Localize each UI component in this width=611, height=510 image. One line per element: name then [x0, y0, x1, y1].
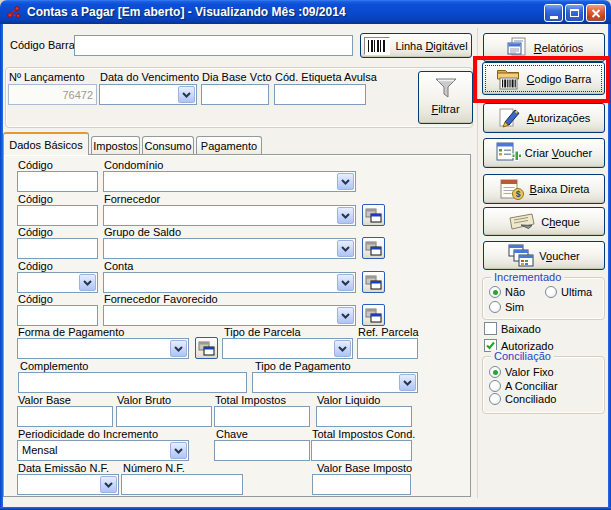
total-impostos-input[interactable] [214, 406, 310, 427]
codigo-barra-input[interactable] [74, 35, 353, 56]
condominio-combo[interactable] [103, 171, 356, 192]
maximize-icon [570, 9, 579, 17]
checkbox-baixado[interactable]: Baixado [484, 322, 541, 335]
criar-voucher-button[interactable]: Criar Voucher [483, 138, 605, 168]
ref-parcela-input[interactable] [357, 338, 418, 359]
chevron-down-icon[interactable] [337, 207, 354, 224]
radio-icon [489, 380, 501, 392]
tab-consumo[interactable]: Consumo [142, 136, 194, 155]
complemento-input[interactable] [18, 372, 247, 393]
grupo-saldo-lookup-button[interactable] [362, 237, 385, 259]
codigo-conta-combo[interactable] [17, 272, 98, 293]
chevron-down-icon[interactable] [337, 274, 354, 291]
codigo-grupo-saldo-input[interactable] [17, 238, 98, 259]
chevron-down-icon[interactable] [337, 307, 354, 324]
radio-ultima[interactable]: Ultima [545, 286, 592, 298]
conta-label: Conta [104, 260, 133, 272]
baixa-direta-button[interactable]: $ Baixa Direta [483, 174, 605, 204]
numero-nf-input[interactable] [121, 474, 243, 495]
lookup-windows-icon [365, 208, 382, 223]
data-emissao-nf-combo[interactable] [17, 474, 119, 495]
linha-digitavel-label: Linha Digitável [395, 40, 467, 52]
svg-text:$: $ [515, 189, 520, 199]
chave-input[interactable] [214, 440, 310, 461]
voucher-label: Voucher [539, 250, 579, 262]
note-dollar-icon: $ [499, 177, 525, 201]
radio-nao[interactable]: Não [489, 286, 525, 298]
codigo-condominio-input[interactable] [17, 171, 98, 192]
chevron-down-icon[interactable] [170, 340, 187, 357]
forma-pagamento-combo[interactable] [17, 338, 189, 359]
fornecedor-combo[interactable] [103, 205, 356, 226]
radio-icon [489, 286, 501, 298]
cascade-windows-icon [508, 244, 534, 268]
minimize-button[interactable] [544, 4, 563, 22]
close-icon [591, 9, 601, 18]
codigo-barra-label: Código Barra [10, 39, 75, 51]
radio-icon [489, 393, 501, 405]
forma-pagamento-lookup-button[interactable] [195, 337, 218, 359]
data-vencimento-label: Data do Vencimento [100, 71, 199, 83]
fornecedor-lookup-button[interactable] [362, 204, 385, 226]
relatorios-button[interactable]: Relatórios [483, 33, 605, 62]
tab-pagamento[interactable]: Pagamento [196, 136, 262, 155]
periodicidade-combo[interactable]: Mensal [17, 440, 189, 461]
radio-icon [489, 301, 501, 313]
codigo-barra-button[interactable]: Codigo Barra [482, 62, 605, 95]
codigo-fornecedor-input[interactable] [17, 205, 98, 226]
dia-base-vcto-input[interactable] [201, 84, 269, 105]
radio-icon [489, 366, 501, 378]
tab-dados-basicos[interactable]: Dados Básicos [3, 132, 89, 155]
data-vencimento-combo[interactable] [99, 84, 197, 105]
conta-lookup-button[interactable] [362, 271, 385, 293]
total-impostos-cond-input[interactable] [311, 440, 412, 461]
fornecedor-favorecido-combo[interactable] [103, 305, 356, 326]
chevron-down-icon[interactable] [170, 442, 187, 459]
voucher-button[interactable]: Voucher [483, 241, 605, 270]
num-lancamento-input [8, 84, 97, 105]
tipo-pagamento-combo[interactable] [252, 372, 418, 393]
radio-a-conciliar[interactable]: A Conciliar [489, 380, 558, 392]
filtrar-button[interactable]: Filtrar [418, 71, 473, 124]
chevron-down-icon[interactable] [79, 274, 96, 291]
cod-etiqueta-avulsa-input[interactable] [274, 84, 366, 105]
valor-base-imposto-input[interactable] [312, 474, 411, 495]
tab-impostos[interactable]: Impostos [91, 136, 140, 155]
minimize-icon [550, 16, 558, 19]
close-button[interactable] [586, 4, 606, 22]
radio-sim[interactable]: Sim [489, 301, 524, 313]
codigo-favorecido-input[interactable] [17, 305, 98, 326]
folder-barcode-icon [496, 67, 522, 91]
autorizacoes-button[interactable]: Autorizações [483, 103, 605, 133]
funnel-icon [433, 77, 459, 100]
pen-icon [498, 106, 522, 130]
valor-bruto-label: Valor Bruto [117, 394, 171, 406]
chevron-down-icon[interactable] [399, 374, 416, 391]
lookup-windows-icon [365, 241, 382, 256]
cheque-icon [508, 212, 536, 232]
chevron-down-icon[interactable] [337, 173, 354, 190]
radio-valor-fixo[interactable]: Valor Fixo [489, 366, 554, 378]
tipo-parcela-combo[interactable] [222, 338, 353, 359]
conta-combo[interactable] [103, 272, 356, 293]
chevron-down-icon[interactable] [100, 476, 117, 493]
valor-liquido-input[interactable] [316, 406, 412, 427]
valor-base-input[interactable] [17, 406, 113, 427]
lookup-windows-icon [198, 341, 215, 356]
radio-conciliado[interactable]: Conciliado [489, 393, 556, 405]
chevron-down-icon[interactable] [337, 240, 354, 257]
chevron-down-icon[interactable] [334, 340, 351, 357]
periodicidade-label: Periodicidade do Incremento [18, 428, 158, 440]
fornecedor-label: Fornecedor [104, 193, 160, 205]
cheque-button[interactable]: Cheque [483, 207, 605, 236]
fornecedor-favorecido-lookup-button[interactable] [362, 304, 385, 326]
autorizacoes-label: Autorizações [527, 112, 591, 124]
maximize-button[interactable] [565, 4, 584, 22]
chevron-down-icon[interactable] [178, 86, 195, 103]
linha-digitavel-button[interactable]: Linha Digitável [360, 33, 472, 58]
tipo-pagamento-label: Tipo de Pagamento [255, 360, 351, 372]
criar-voucher-label: Criar Voucher [525, 147, 592, 159]
grupo-saldo-combo[interactable] [103, 238, 356, 259]
forma-pagamento-label: Forma de Pagamento [18, 326, 124, 338]
valor-bruto-input[interactable] [116, 406, 212, 427]
